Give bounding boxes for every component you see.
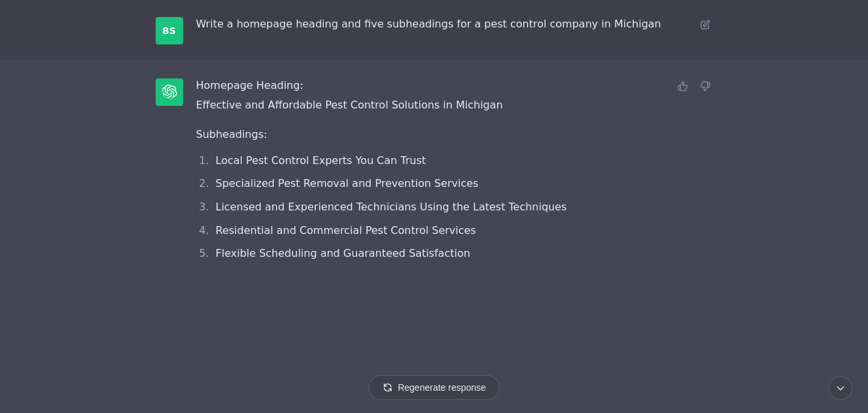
homepage-heading-label: Homepage Heading: — [196, 77, 713, 94]
assistant-message-inner: Homepage Heading: Effective and Affordab… — [140, 77, 729, 269]
thumbs-up-button[interactable] — [675, 78, 691, 94]
list-item: 4. Residential and Commercial Pest Contr… — [196, 222, 713, 239]
user-avatar: BS — [156, 17, 183, 44]
user-message-text: Write a homepage heading and five subhea… — [196, 18, 661, 30]
list-item: 3. Licensed and Experienced Technicians … — [196, 199, 713, 216]
avatar-initials: BS — [162, 25, 176, 36]
regenerate-container: Regenerate response — [368, 375, 500, 400]
scroll-down-button[interactable] — [829, 376, 852, 400]
list-item: 5. Flexible Scheduling and Guaranteed Sa… — [196, 245, 713, 262]
edit-icon — [699, 19, 711, 31]
edit-button[interactable] — [697, 17, 713, 33]
assistant-message-content: Homepage Heading: Effective and Affordab… — [196, 77, 713, 269]
assistant-message-actions — [675, 78, 713, 94]
homepage-heading-value: Effective and Affordable Pest Control So… — [196, 97, 713, 114]
list-number: 5. — [196, 245, 209, 262]
list-item-text: Flexible Scheduling and Guaranteed Satis… — [216, 245, 470, 262]
subheadings-list: 1. Local Pest Control Experts You Can Tr… — [196, 152, 713, 262]
list-item: 1. Local Pest Control Experts You Can Tr… — [196, 152, 713, 169]
user-message-row: BS Write a homepage heading and five sub… — [0, 0, 868, 61]
list-number: 1. — [196, 152, 209, 169]
list-item-text: Specialized Pest Removal and Prevention … — [216, 175, 479, 192]
user-message-actions — [697, 17, 713, 33]
regenerate-icon — [382, 382, 392, 393]
chat-container: BS Write a homepage heading and five sub… — [0, 0, 868, 413]
chevron-down-icon — [835, 383, 846, 393]
thumbs-down-icon — [699, 80, 711, 92]
regenerate-button[interactable]: Regenerate response — [368, 375, 500, 400]
assistant-avatar — [156, 78, 183, 106]
user-message-content: Write a homepage heading and five subhea… — [196, 16, 713, 33]
thumbs-up-icon — [677, 80, 689, 92]
list-item: 2. Specialized Pest Removal and Preventi… — [196, 175, 713, 192]
regenerate-label: Regenerate response — [398, 382, 486, 393]
list-number: 2. — [196, 175, 209, 192]
list-number: 3. — [196, 199, 209, 216]
user-message-inner: BS Write a homepage heading and five sub… — [140, 16, 729, 44]
list-number: 4. — [196, 222, 209, 239]
list-item-text: Residential and Commercial Pest Control … — [216, 222, 476, 239]
assistant-message-row: Homepage Heading: Effective and Affordab… — [0, 61, 868, 413]
list-item-text: Local Pest Control Experts You Can Trust — [216, 152, 426, 169]
thumbs-down-button[interactable] — [697, 78, 713, 94]
openai-logo-icon — [162, 84, 177, 100]
list-item-text: Licensed and Experienced Technicians Usi… — [216, 199, 567, 216]
subheadings-label: Subheadings: — [196, 126, 713, 143]
